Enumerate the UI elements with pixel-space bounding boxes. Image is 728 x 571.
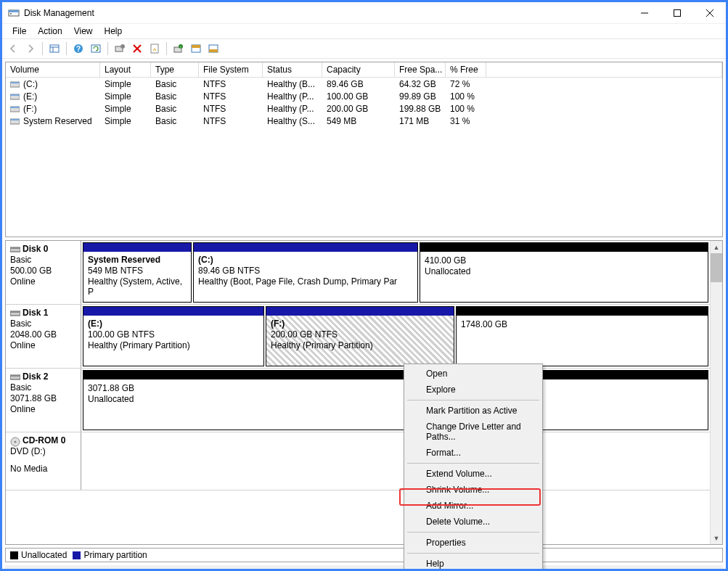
maximize-button[interactable] [660,2,693,23]
disk-label-cdrom[interactable]: CD-ROM 0 DVD (D:) No Media [6,432,81,490]
disk-status: Online [10,276,76,287]
col-layout[interactable]: Layout [100,62,151,77]
back-button[interactable] [5,41,21,57]
ctx-change-letter[interactable]: Change Drive Letter and Paths... [406,419,541,445]
delete-button[interactable] [129,41,145,57]
volume-row[interactable]: (F:)SimpleBasicNTFSHealthy (P...200.00 G… [6,102,722,115]
partition-status: Unallocated [88,394,703,404]
col-type[interactable]: Type [151,62,199,77]
disk-row-2: Disk 2 Basic 3071.88 GB Online 3071.88 G… [6,369,710,432]
partition-size: 200.00 GB NTFS [271,329,449,340]
view-top-button[interactable] [188,41,204,57]
scroll-down-button[interactable]: ▼ [711,532,722,544]
properties-button[interactable] [147,41,163,57]
partition-unallocated-1[interactable]: 1748.00 GB [456,306,708,366]
volume-row[interactable]: System ReservedSimpleBasicNTFSHealthy (S… [6,115,722,127]
disk-label-1[interactable]: Disk 1 Basic 2048.00 GB Online [6,305,81,368]
ctx-properties[interactable]: Properties [406,535,541,551]
disk-label-0[interactable]: Disk 0 Basic 500.00 GB Online [6,241,81,304]
svg-rect-26 [10,82,20,83]
partition-colorbar [83,307,263,316]
scrollbar[interactable]: ▲ ▼ [710,241,722,544]
settings-button[interactable] [112,41,128,57]
partition-f[interactable]: (F:) 200.00 GB NTFS Healthy (Primary Par… [266,306,454,366]
menu-help[interactable]: Help [99,25,128,38]
volume-row[interactable]: (C:)SimpleBasicNTFSHealthy (B...89.46 GB… [6,78,722,90]
menu-view[interactable]: View [68,25,99,38]
minimize-button[interactable] [628,2,660,23]
svg-rect-36 [10,311,20,313]
partition-size: 549 MB NTFS [88,266,187,276]
show-hide-console-button[interactable] [46,41,62,57]
partition-unallocated-0[interactable]: 410.00 GB Unallocated [420,242,708,303]
col-capacity[interactable]: Capacity [322,62,395,77]
legend-swatch-unallocated [10,551,18,559]
volume-free: 99.89 GB [395,91,446,102]
partition-colorbar [83,371,708,379]
ctx-help[interactable]: Help [406,556,541,571]
forward-button[interactable] [23,41,38,57]
scroll-thumb[interactable] [711,253,722,282]
ctx-explore[interactable]: Explore [406,382,541,398]
col-free[interactable]: Free Spa... [395,62,446,77]
partition-size: 1748.00 GB [461,319,703,329]
view-bottom-button[interactable] [205,41,221,57]
disk-row-1: Disk 1 Basic 2048.00 GB Online (E:) 100.… [6,305,710,369]
legend-label-unallocated: Unallocated [21,550,67,560]
volume-pct: 100 % [446,103,486,115]
volume-type: Basic [151,103,199,115]
close-button[interactable] [693,2,726,23]
svg-point-40 [15,441,17,443]
window-title: Disk Management [24,8,94,18]
col-fs[interactable]: File System [199,62,263,77]
partition-e[interactable]: (E:) 100.00 GB NTFS Healthy (Primary Par… [83,306,264,366]
wizard-button[interactable]: ↑ [171,41,187,57]
volume-icon [10,92,20,99]
col-volume[interactable]: Volume [6,62,100,77]
ctx-shrink[interactable]: Shrink Volume... [406,482,541,498]
partition-title: System Reserved [88,255,187,265]
scroll-up-button[interactable]: ▲ [711,241,722,253]
volume-status: Healthy (S... [263,115,322,127]
volume-row[interactable]: (E:)SimpleBasicNTFSHealthy (P...100.00 G… [6,90,722,102]
ctx-format[interactable]: Format... [406,445,541,461]
disk-status: Online [10,340,76,350]
ctx-add-mirror[interactable]: Add Mirror... [406,498,541,514]
ctx-open[interactable]: Open [406,366,541,382]
volume-pct: 72 % [446,78,486,90]
svg-rect-7 [50,45,59,52]
volume-capacity: 89.46 GB [322,78,395,90]
partition-unallocated-2[interactable]: 3071.88 GB Unallocated [83,370,708,430]
ctx-extend[interactable]: Extend Volume... [406,466,541,482]
col-status[interactable]: Status [263,62,322,77]
ctx-delete[interactable]: Delete Volume... [406,514,541,530]
disk-name: Disk 0 [23,244,48,254]
disk-row-cdrom: CD-ROM 0 DVD (D:) No Media [6,432,710,490]
volume-layout: Simple [100,115,151,127]
volume-pct: 100 % [446,91,486,102]
menu-action[interactable]: Action [32,25,68,38]
col-pct[interactable]: % Free [446,62,486,77]
disk-status: Online [10,404,76,414]
partition-colorbar [194,243,417,252]
partition-c[interactable]: (C:) 89.46 GB NTFS Healthy (Boot, Page F… [193,242,418,303]
context-menu: Open Explore Mark Partition as Active Ch… [404,363,543,571]
volume-list: Volume Layout Type File System Status Ca… [5,62,723,237]
disk-label-2[interactable]: Disk 2 Basic 3071.88 GB Online [6,369,81,432]
menu-file[interactable]: File [7,25,32,38]
partition-status: Healthy (Primary Partition) [88,340,259,350]
partition-colorbar [83,243,191,252]
svg-rect-30 [10,107,20,108]
menubar: File Action View Help [2,24,726,38]
svg-rect-32 [10,119,20,120]
refresh-button[interactable] [88,41,104,57]
volume-name: (C:) [23,79,38,89]
svg-rect-1 [9,10,19,12]
partition-system-reserved[interactable]: System Reserved 549 MB NTFS Healthy (Sys… [83,242,192,303]
disk-status: No Media [10,464,76,474]
volume-icon [10,80,20,86]
ctx-mark-active[interactable]: Mark Partition as Active [406,403,541,419]
help-button[interactable]: ? [70,41,86,57]
svg-rect-34 [10,247,20,249]
legend-swatch-primary [73,551,81,559]
